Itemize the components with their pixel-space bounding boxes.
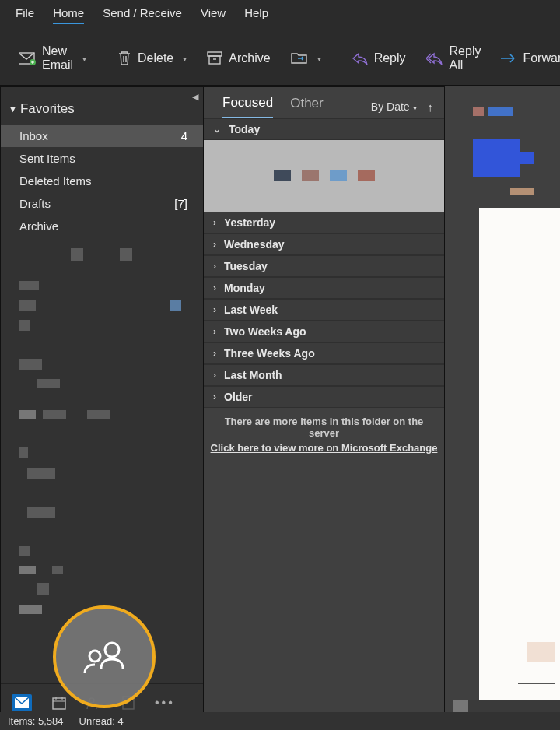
folder-label: Deleted Items <box>19 174 92 188</box>
chevron-right-icon: › <box>213 326 216 337</box>
group-yesterday[interactable]: ›Yesterday <box>204 212 444 233</box>
reply-all-icon <box>426 52 443 65</box>
today-message-preview[interactable] <box>204 140 444 212</box>
chevron-right-icon: › <box>213 239 216 250</box>
sort-by-date[interactable]: By Date ▾ <box>371 100 417 113</box>
calendar-module-icon[interactable] <box>52 696 66 710</box>
forward-button[interactable]: Forward <box>493 47 560 70</box>
folder-count: 4 <box>181 129 187 142</box>
mail-module-icon[interactable] <box>12 694 32 711</box>
folder-list: Inbox4Sent ItemsDeleted ItemsDrafts7Arch… <box>1 125 203 237</box>
group-label: Yesterday <box>224 216 275 229</box>
people-icon <box>81 637 128 676</box>
chevron-right-icon: › <box>213 370 216 381</box>
status-unread: Unread: 4 <box>79 715 124 727</box>
chevron-right-icon: › <box>213 261 216 272</box>
svg-point-12 <box>105 643 119 657</box>
menu-send-receive[interactable]: Send / Receive <box>103 6 182 24</box>
svg-rect-6 <box>53 698 65 709</box>
chevron-down-icon: ▾ <box>413 104 417 112</box>
menu-home[interactable]: Home <box>53 6 84 24</box>
chevron-right-icon: › <box>213 217 216 228</box>
group-label: Older <box>224 391 253 403</box>
chevron-down-icon[interactable]: ▾ <box>317 54 321 63</box>
group-label: Three Weeks Ago <box>224 347 315 360</box>
reading-body <box>479 208 560 700</box>
group-label: Wednesday <box>224 238 285 251</box>
group-label: Last Week <box>224 304 278 316</box>
trash-icon <box>117 51 131 66</box>
forward-icon <box>501 53 516 64</box>
group-tuesday[interactable]: ›Tuesday <box>204 255 444 277</box>
group-older[interactable]: ›Older <box>204 386 444 408</box>
new-email-label: New Email <box>42 44 73 72</box>
message-list-pane: Focused Other By Date ▾ ↑ ⌄ Today ›Yeste… <box>204 86 445 721</box>
group-label: Today <box>229 123 260 135</box>
menu-bar: File Home Send / Receive View Help <box>0 0 560 32</box>
group-label: Tuesday <box>224 260 268 272</box>
svg-rect-2 <box>208 52 222 56</box>
chevron-down-icon: ⌄ <box>213 124 221 135</box>
more-modules-icon[interactable]: ••• <box>155 696 175 710</box>
svg-point-13 <box>89 651 100 662</box>
collapse-pane-icon[interactable]: ◀ <box>192 92 198 102</box>
tab-other[interactable]: Other <box>290 96 324 118</box>
tab-focused[interactable]: Focused <box>222 95 273 118</box>
group-wednesday[interactable]: ›Wednesday <box>204 233 444 255</box>
archive-button[interactable]: Archive <box>199 47 278 70</box>
reply-label: Reply <box>374 51 406 65</box>
folder-deleted-items[interactable]: Deleted Items <box>1 170 203 192</box>
reply-button[interactable]: Reply <box>345 47 414 70</box>
chevron-down-icon[interactable]: ▾ <box>82 54 86 63</box>
chevron-right-icon: › <box>213 391 216 402</box>
message-list-header: Focused Other By Date ▾ ↑ <box>204 87 444 118</box>
folder-label: Archive <box>19 219 58 233</box>
more-items-text: There are more items in this folder on t… <box>204 408 444 440</box>
folder-move-icon <box>291 51 308 65</box>
highlight-people-module <box>53 605 156 708</box>
folder-drafts[interactable]: Drafts7 <box>1 192 203 215</box>
move-button[interactable]: ▾ <box>283 47 329 70</box>
new-email-icon <box>19 51 36 65</box>
chevron-down-icon: ▼ <box>9 104 17 114</box>
delete-button[interactable]: Delete ▾ <box>110 46 194 71</box>
group-two-weeks-ago[interactable]: ›Two Weeks Ago <box>204 321 444 342</box>
favorites-label: Favorites <box>20 101 75 117</box>
chevron-right-icon: › <box>213 348 216 359</box>
delete-label: Delete <box>138 51 173 65</box>
group-label: Monday <box>224 282 265 294</box>
favorites-header[interactable]: ▼ Favorites <box>1 87 203 125</box>
ribbon-toolbar: New Email ▾ Delete ▾ Archive ▾ Reply Rep… <box>0 32 560 86</box>
folder-label: Sent Items <box>19 152 75 165</box>
forward-label: Forward <box>523 51 560 65</box>
chevron-right-icon: › <box>213 304 216 315</box>
group-three-weeks-ago[interactable]: ›Three Weeks Ago <box>204 342 444 364</box>
group-label: Last Month <box>224 369 282 381</box>
folder-archive[interactable]: Archive <box>1 215 203 237</box>
status-bar: Items: 5,584 Unread: 4 <box>0 712 560 730</box>
reply-all-button[interactable]: Reply All <box>418 40 489 77</box>
menu-help[interactable]: Help <box>244 6 268 24</box>
menu-file[interactable]: File <box>16 6 34 24</box>
group-monday[interactable]: ›Monday <box>204 277 444 299</box>
folder-inbox[interactable]: Inbox4 <box>1 125 203 147</box>
folder-label: Drafts <box>19 197 51 210</box>
reply-all-label: Reply All <box>450 44 481 72</box>
svg-rect-3 <box>209 56 220 64</box>
chevron-right-icon: › <box>213 283 216 293</box>
view-more-link[interactable]: Click here to view more on Microsoft Exc… <box>204 440 444 460</box>
new-email-button[interactable]: New Email ▾ <box>11 40 94 77</box>
chevron-down-icon[interactable]: ▾ <box>183 54 187 63</box>
group-today[interactable]: ⌄ Today <box>204 118 444 140</box>
sort-direction-icon[interactable]: ↑ <box>428 100 434 114</box>
reading-pane <box>445 86 560 721</box>
folder-label: Inbox <box>19 129 48 142</box>
reading-header-redacted <box>473 105 535 195</box>
group-last-week[interactable]: ›Last Week <box>204 299 444 321</box>
folder-sent-items[interactable]: Sent Items <box>1 147 203 170</box>
group-last-month[interactable]: ›Last Month <box>204 364 444 386</box>
folder-count: 7 <box>174 197 187 210</box>
group-label: Two Weeks Ago <box>224 325 306 338</box>
status-items: Items: 5,584 <box>8 715 64 727</box>
menu-view[interactable]: View <box>201 6 226 24</box>
